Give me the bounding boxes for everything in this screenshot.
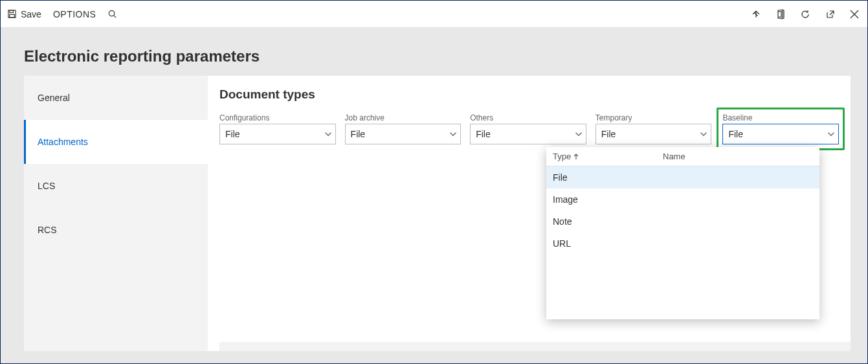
save-icon <box>7 9 17 19</box>
lookup-body: File Image Note URL <box>546 166 819 319</box>
sidebar-item-lcs[interactable]: LCS <box>24 164 208 208</box>
svg-rect-1 <box>10 10 14 13</box>
sidebar-item-label: Attachments <box>38 137 88 147</box>
toolbar: Save OPTIONS <box>1 1 867 28</box>
lookup-col-type-label: Type <box>553 152 571 161</box>
field-label: Others <box>470 113 586 122</box>
field-job-archive: Job archive File <box>345 113 462 144</box>
dropdown-configurations[interactable]: File <box>219 124 336 144</box>
toolbar-left: Save OPTIONS <box>7 9 117 19</box>
dropdown-value: File <box>476 129 491 139</box>
lookup-header: Type Name <box>546 147 819 166</box>
svg-line-5 <box>830 11 834 15</box>
field-label: Baseline <box>722 113 839 122</box>
dropdown-others[interactable]: File <box>470 124 586 144</box>
dropdown-job-archive[interactable]: File <box>345 124 462 144</box>
search-button[interactable] <box>107 9 117 19</box>
chevron-down-icon <box>573 128 584 140</box>
save-label: Save <box>21 9 41 19</box>
lookup-row[interactable]: File <box>546 166 819 188</box>
dropdown-temporary[interactable]: File <box>595 124 712 144</box>
chevron-down-icon <box>447 128 459 140</box>
svg-rect-2 <box>10 14 15 17</box>
lookup-col-name-label: Name <box>663 152 685 161</box>
lookup-row[interactable]: Image <box>546 188 819 210</box>
lookup-row-type: URL <box>553 238 571 249</box>
field-others: Others File <box>470 113 586 144</box>
field-configurations: Configurations File <box>219 113 336 144</box>
sidebar-item-attachments[interactable]: Attachments <box>24 120 208 164</box>
lookup-row-type: Note <box>553 216 572 227</box>
svg-line-4 <box>114 16 116 17</box>
svg-point-3 <box>109 10 115 16</box>
lookup-row-type: File <box>553 172 568 183</box>
section-title: Document types <box>219 87 839 102</box>
toolbar-right <box>750 8 861 21</box>
dropdown-value: File <box>728 129 743 139</box>
sidebar-item-rcs[interactable]: RCS <box>24 208 208 252</box>
sort-asc-icon <box>573 154 579 160</box>
close-icon[interactable] <box>848 8 861 21</box>
sidebar-item-label: RCS <box>38 225 57 235</box>
options-button[interactable]: OPTIONS <box>53 9 96 19</box>
sidebar-item-label: LCS <box>38 181 55 191</box>
field-baseline: Baseline File <box>717 108 845 150</box>
dropdown-baseline[interactable]: File <box>722 124 839 144</box>
popout-icon[interactable] <box>823 8 836 21</box>
footer-bar <box>219 342 851 351</box>
refresh-icon[interactable] <box>799 8 812 21</box>
lookup-row[interactable]: URL <box>546 233 819 255</box>
field-label: Configurations <box>219 113 336 122</box>
sidebar-item-general[interactable]: General <box>24 76 208 120</box>
lookup-empty-space <box>546 255 819 319</box>
dropdown-value: File <box>225 129 240 139</box>
lookup-row[interactable]: Note <box>546 210 819 233</box>
chevron-down-icon <box>825 128 837 140</box>
save-button[interactable]: Save <box>7 9 41 19</box>
content: General Attachments LCS RCS Document typ… <box>1 76 867 364</box>
office-icon[interactable] <box>774 8 787 21</box>
options-label: OPTIONS <box>53 9 96 19</box>
page-title: Electronic reporting parameters <box>1 28 867 76</box>
field-temporary: Temporary File <box>595 113 712 144</box>
attachments-icon[interactable] <box>750 8 762 21</box>
dropdown-value: File <box>351 129 366 139</box>
field-label: Temporary <box>595 113 712 122</box>
lookup-popup: Type Name File Image Note <box>546 147 819 319</box>
chevron-down-icon <box>698 128 709 140</box>
sidebar-item-label: General <box>38 93 70 103</box>
chevron-down-icon <box>322 128 334 140</box>
fields-row: Configurations File Job archive File <box>219 113 839 144</box>
lookup-col-name[interactable]: Name <box>662 152 685 161</box>
sidebar: General Attachments LCS RCS <box>24 76 208 351</box>
lookup-col-type[interactable]: Type <box>546 152 662 161</box>
dropdown-value: File <box>601 129 616 139</box>
main-panel: Document types Configurations File Job a… <box>208 76 851 351</box>
field-label: Job archive <box>345 113 462 122</box>
lookup-row-type: Image <box>553 194 578 205</box>
search-icon <box>107 9 117 19</box>
